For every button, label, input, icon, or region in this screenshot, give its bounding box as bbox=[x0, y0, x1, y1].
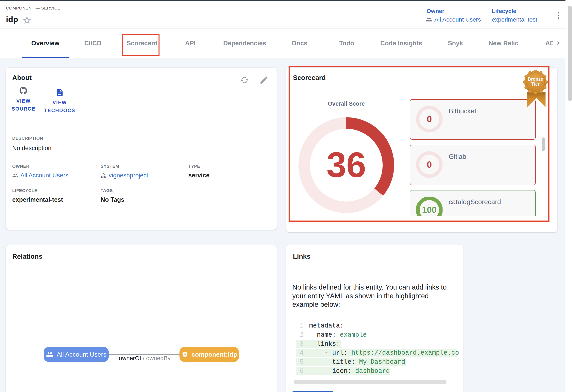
svg-text:Bronze: Bronze bbox=[528, 77, 543, 82]
svg-text:Tier: Tier bbox=[531, 82, 540, 87]
